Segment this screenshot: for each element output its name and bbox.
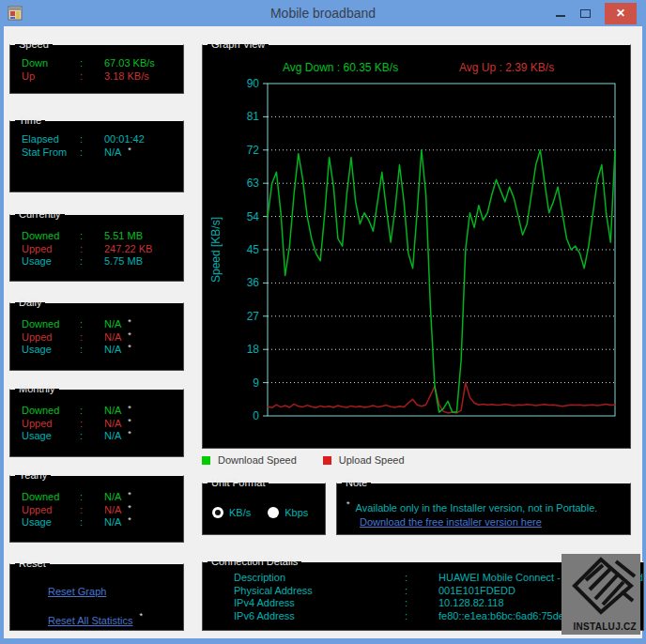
stat-row: Upped:N/A*: [22, 418, 183, 431]
daily-title: Daily: [15, 297, 45, 308]
stat-row: Up:3.18 KB/s: [22, 70, 183, 84]
instaluj-logo-icon: [561, 554, 640, 620]
svg-text:36: 36: [247, 276, 260, 289]
time-groupbox: Time Elapsed:00:01:42Stat From:N/A*: [9, 115, 184, 192]
upload-legend-swatch: [323, 456, 331, 465]
connection-details-title: Connection Details: [208, 556, 301, 567]
close-icon: ✕: [616, 7, 625, 20]
installer-download-link[interactable]: Download the free installer version here: [360, 516, 542, 528]
currently-groupbox: Currently Downed:5.51 MBUpped:247.22 KBU…: [9, 208, 184, 282]
stat-row: Usage:5.75 MB: [22, 255, 183, 268]
link-row: Reset All Statistics*: [48, 611, 183, 628]
monthly-rows: Downed:N/A*Upped:N/A*Usage:N/A*: [10, 394, 183, 443]
svg-text:90: 90: [247, 77, 260, 90]
currently-title: Currently: [15, 208, 65, 220]
monthly-title: Monthly: [15, 383, 59, 394]
svg-text:63: 63: [247, 176, 260, 190]
legend-download: Download Speed: [202, 454, 297, 466]
graph-view-title: Graph View: [208, 38, 269, 50]
maximize-button[interactable]: [573, 3, 597, 23]
watermark-text: INSTALUJ.CZ: [573, 621, 637, 632]
reset-title: Reset: [15, 558, 50, 569]
radio-circle-icon: [268, 507, 279, 518]
yearly-rows: Downed:N/A*Upped:N/A*Usage:N/A*: [10, 481, 183, 529]
svg-text:18: 18: [247, 343, 260, 356]
watermark: INSTALUJ.CZ: [561, 554, 640, 635]
app-window: Mobile broadband ✕ Speed Down:67.03 KB/s…: [0, 0, 646, 644]
upload-legend-label: Upload Speed: [339, 454, 405, 466]
reset-links: Reset GraphReset All Statistics*: [10, 569, 183, 628]
speed-title: Speed: [15, 38, 53, 50]
stat-row: Upped:247.22 KB: [22, 243, 183, 256]
unit-format-options: KB/sKbps: [203, 488, 325, 518]
client-area: Speed Down:67.03 KB/sUp:3.18 KB/s Time E…: [4, 26, 642, 638]
maximize-icon: [580, 9, 591, 18]
svg-text:45: 45: [247, 243, 260, 256]
stat-row: Downed:5.51 MB: [22, 230, 183, 243]
time-rows: Elapsed:00:01:42Stat From:N/A*: [10, 126, 183, 159]
titlebar: Mobile broadband ✕: [0, 0, 646, 26]
radio-kbps[interactable]: Kbps: [268, 507, 308, 518]
stat-row: Downed:N/A*: [22, 491, 183, 504]
reset-graph-link[interactable]: Reset Graph: [48, 586, 106, 597]
minimize-icon: [556, 15, 565, 17]
radio-circle-icon: [212, 507, 223, 518]
note-body: *Available only in the Installer version…: [337, 488, 630, 528]
svg-text:0: 0: [253, 409, 259, 422]
window-controls: ✕: [548, 0, 646, 26]
reset-groupbox: Reset Reset GraphReset All Statistics*: [9, 558, 184, 631]
svg-text:54: 54: [247, 210, 260, 223]
speed-groupbox: Speed Down:67.03 KB/sUp:3.18 KB/s: [9, 38, 184, 94]
speed-chart: 09182736455463728190Speed [KB/s]: [203, 50, 630, 438]
svg-text:Speed [KB/s]: Speed [KB/s]: [209, 217, 223, 283]
stat-row: Down:67.03 KB/s: [22, 57, 183, 70]
yearly-groupbox: Yearly Downed:N/A*Upped:N/A*Usage:N/A*: [9, 469, 184, 543]
asterisk-marker: *: [346, 499, 350, 509]
stat-row: Usage:N/A*: [22, 516, 183, 529]
unit-format-groupbox: Unit Format KB/sKbps: [202, 477, 326, 535]
stat-row: Downed:N/A*: [22, 318, 183, 331]
stat-row: Elapsed:00:01:42: [22, 133, 183, 146]
svg-text:72: 72: [247, 144, 260, 157]
monthly-groupbox: Monthly Downed:N/A*Upped:N/A*Usage:N/A*: [9, 383, 184, 457]
note-text: *Available only in the Installer version…: [346, 499, 630, 514]
yearly-title: Yearly: [15, 469, 51, 481]
stat-row: Usage:N/A*: [22, 344, 183, 357]
graph-inner: Avg Down : 60.35 KB/s Avg Up : 2.39 KB/s…: [203, 50, 630, 448]
chart-legend: Download Speed Upload Speed: [202, 453, 631, 467]
unit-format-title: Unit Format: [208, 477, 269, 488]
radio-kbs[interactable]: KB/s: [212, 507, 251, 518]
daily-groupbox: Daily Downed:N/A*Upped:N/A*Usage:N/A*: [9, 297, 184, 371]
note-title: Note: [342, 477, 371, 488]
time-title: Time: [15, 115, 45, 126]
graph-view-groupbox: Graph View Avg Down : 60.35 KB/s Avg Up …: [202, 38, 631, 449]
stat-row: Upped:N/A*: [22, 331, 183, 345]
legend-upload: Upload Speed: [323, 454, 405, 466]
minimize-button[interactable]: [548, 3, 573, 23]
download-legend-label: Download Speed: [218, 454, 297, 466]
speed-rows: Down:67.03 KB/sUp:3.18 KB/s: [10, 50, 183, 83]
stat-row: Stat From:N/A*: [22, 146, 183, 160]
stat-row: Upped:N/A*: [22, 504, 183, 517]
svg-text:9: 9: [253, 376, 259, 390]
svg-text:81: 81: [247, 110, 260, 123]
reset-all-statistics-link[interactable]: Reset All Statistics: [48, 615, 132, 626]
note-groupbox: Note *Available only in the Installer ve…: [336, 477, 631, 535]
download-legend-swatch: [202, 456, 210, 465]
daily-rows: Downed:N/A*Upped:N/A*Usage:N/A*: [10, 308, 183, 357]
currently-rows: Downed:5.51 MBUpped:247.22 KBUsage:5.75 …: [10, 220, 183, 268]
close-button[interactable]: ✕: [605, 3, 637, 24]
stat-row: Usage:N/A*: [22, 430, 183, 443]
svg-text:27: 27: [247, 310, 260, 323]
link-row: Reset Graph: [48, 582, 183, 599]
stat-row: Downed:N/A*: [22, 405, 183, 418]
